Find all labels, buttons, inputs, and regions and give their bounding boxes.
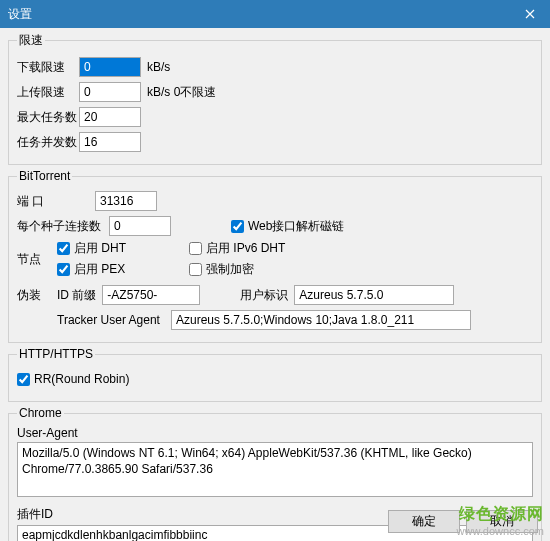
nodes-label: 节点 <box>17 251 57 268</box>
download-limit-label: 下载限速 <box>17 59 79 76</box>
window-title: 设置 <box>8 6 510 23</box>
ipv6-dht-checkbox[interactable] <box>189 242 202 255</box>
upload-limit-label: 上传限速 <box>17 84 79 101</box>
download-limit-input[interactable] <box>79 57 141 77</box>
chrome-legend: Chrome <box>17 406 64 420</box>
http-group: HTTP/HTTPS RR(Round Robin) <box>8 347 542 402</box>
pex-label: 启用 PEX <box>74 261 125 278</box>
id-prefix-input[interactable] <box>102 285 200 305</box>
concurrent-input[interactable] <box>79 132 141 152</box>
ua-textarea[interactable] <box>17 442 533 497</box>
conn-per-seed-input[interactable] <box>109 216 171 236</box>
force-encrypt-label: 强制加密 <box>206 261 254 278</box>
tracker-ua-input[interactable] <box>171 310 471 330</box>
web-magnet-label: Web接口解析磁链 <box>248 218 344 235</box>
dialog-buttons: 确定 取消 <box>388 510 538 533</box>
titlebar: 设置 <box>0 0 550 28</box>
cancel-button[interactable]: 取消 <box>466 510 538 533</box>
pex-checkbox[interactable] <box>57 263 70 276</box>
ok-button[interactable]: 确定 <box>388 510 460 533</box>
close-icon <box>525 9 535 19</box>
port-label: 端 口 <box>17 193 95 210</box>
limits-legend: 限速 <box>17 32 45 49</box>
content-area: 限速 下载限速 kB/s 上传限速 kB/s 0不限速 最大任务数 任务并发数 … <box>0 28 550 541</box>
conn-per-seed-label: 每个种子连接数 <box>17 218 109 235</box>
concurrent-label: 任务并发数 <box>17 134 79 151</box>
limits-group: 限速 下载限速 kB/s 上传限速 kB/s 0不限速 最大任务数 任务并发数 <box>8 32 542 165</box>
rr-label: RR(Round Robin) <box>34 372 129 386</box>
tracker-ua-label: Tracker User Agent <box>57 313 165 327</box>
max-tasks-label: 最大任务数 <box>17 109 79 126</box>
dht-label: 启用 DHT <box>74 240 126 257</box>
download-unit: kB/s <box>147 60 170 74</box>
ipv6-dht-label: 启用 IPv6 DHT <box>206 240 285 257</box>
id-prefix-label: ID 前缀 <box>57 287 96 304</box>
http-legend: HTTP/HTTPS <box>17 347 95 361</box>
upload-unit-hint: kB/s 0不限速 <box>147 84 216 101</box>
ua-label: User-Agent <box>17 426 533 440</box>
close-button[interactable] <box>510 0 550 28</box>
dht-checkbox[interactable] <box>57 242 70 255</box>
spoof-label: 伪装 <box>17 287 57 304</box>
upload-limit-input[interactable] <box>79 82 141 102</box>
bittorrent-legend: BitTorrent <box>17 169 72 183</box>
web-magnet-checkbox[interactable] <box>231 220 244 233</box>
force-encrypt-checkbox[interactable] <box>189 263 202 276</box>
user-ident-label: 用户标识 <box>240 287 288 304</box>
rr-checkbox[interactable] <box>17 373 30 386</box>
user-ident-input[interactable] <box>294 285 454 305</box>
bittorrent-group: BitTorrent 端 口 每个种子连接数 Web接口解析磁链 节点 启用 D… <box>8 169 542 343</box>
max-tasks-input[interactable] <box>79 107 141 127</box>
port-input[interactable] <box>95 191 157 211</box>
